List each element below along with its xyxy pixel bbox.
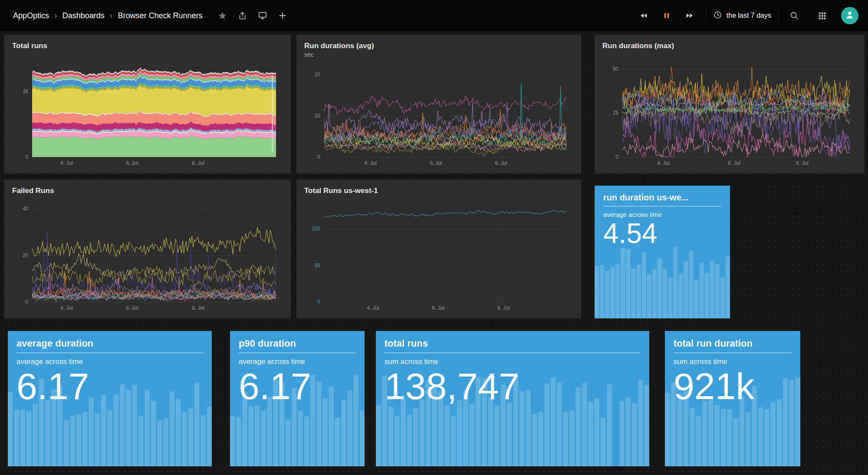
breadcrumb-item-dashboards[interactable]: Dashboards <box>62 11 105 20</box>
person-icon <box>845 10 855 22</box>
panel-failed-runs: Failed Runs <box>4 180 291 318</box>
tile-total-runs[interactable]: total runs sum across time 138,747 <box>376 331 649 466</box>
tile-subtitle: sum across time <box>674 357 792 366</box>
total-runs-us-west-1-chart[interactable] <box>304 195 573 315</box>
tile-subtitle: average across time <box>16 357 203 366</box>
panel-title: Run durations (avg) <box>304 42 573 50</box>
breadcrumb-separator-icon: › <box>54 11 57 20</box>
tile-content: p90 duration average across time 6.17 <box>230 331 365 406</box>
panel-title: Run durations (max) <box>602 42 857 50</box>
fast-forward-icon <box>686 11 694 20</box>
monitor-icon <box>258 11 267 20</box>
tile-run-duration-us-west[interactable]: run duration us-we... average across tim… <box>595 186 730 318</box>
topbar-divider <box>778 10 779 22</box>
rewind-icon <box>639 11 648 20</box>
tile-title: total runs <box>385 338 641 353</box>
tile-subtitle: sum across time <box>385 357 641 366</box>
tile-bar-chart <box>595 244 730 318</box>
tile-title: total run duration <box>674 338 792 353</box>
playback-controls <box>635 7 699 24</box>
grid-icon <box>818 11 827 20</box>
tile-big-number: 138,747 <box>385 367 641 406</box>
breadcrumb-separator-icon: › <box>110 11 113 20</box>
panel-run-durations-max: Run durations (max) <box>595 35 865 174</box>
panel-title: Total Runs us-west-1 <box>304 187 573 195</box>
panel-title: Total runs <box>12 42 283 50</box>
panel-run-durations-avg: Run durations (avg) sec <box>296 35 581 174</box>
breadcrumb-item-appoptics[interactable]: AppOptics <box>13 11 49 20</box>
pause-icon <box>662 11 671 20</box>
tile-title: run duration us-we... <box>603 193 721 206</box>
skip-back-button[interactable] <box>635 7 652 24</box>
panel-total-runs: Total runs <box>4 35 291 174</box>
clock-icon <box>713 10 722 21</box>
tile-total-run-duration[interactable]: total run duration sum across time 921k <box>665 331 800 466</box>
apps-grid-button[interactable] <box>813 7 831 24</box>
tv-mode-button[interactable] <box>254 7 271 24</box>
tile-title: average duration <box>16 338 203 353</box>
tile-big-number: 921k <box>674 367 792 406</box>
tile-big-number: 4.54 <box>603 219 721 248</box>
panel-total-runs-us-west-1: Total Runs us-west-1 <box>296 180 581 318</box>
tile-subtitle: average across time <box>239 357 356 366</box>
breadcrumb-item-current-dashboard[interactable]: Browser Check Runners <box>118 11 202 20</box>
tile-p90-duration[interactable]: p90 duration average across time 6.17 <box>230 331 365 466</box>
breadcrumb: AppOptics › Dashboards › Browser Check R… <box>13 11 203 20</box>
time-range-button[interactable]: the last 7 days <box>713 10 771 21</box>
search-button[interactable] <box>786 7 803 24</box>
dashboard-grid: Total runs Run durations (avg) sec Run d… <box>0 31 868 475</box>
dashboard-actions <box>214 7 291 24</box>
share-button[interactable] <box>234 7 251 24</box>
tile-subtitle: average across time <box>603 211 721 218</box>
tile-content: total runs sum across time 138,747 <box>376 331 649 406</box>
time-range-label: the last 7 days <box>727 12 771 20</box>
tile-big-number: 6.17 <box>16 367 203 406</box>
skip-forward-button[interactable] <box>681 7 699 24</box>
run-durations-avg-chart[interactable] <box>304 58 573 170</box>
tile-big-number: 6.17 <box>239 367 356 406</box>
panel-title: Failed Runs <box>12 187 283 195</box>
user-avatar[interactable] <box>841 7 858 24</box>
tile-content: total run duration sum across time 921k <box>665 331 800 406</box>
star-icon <box>218 11 227 20</box>
app-root: AppOptics › Dashboards › Browser Check R… <box>0 0 868 475</box>
search-icon <box>789 11 799 20</box>
run-durations-max-chart[interactable] <box>602 50 857 170</box>
favorite-star-button[interactable] <box>214 7 231 24</box>
share-icon <box>238 11 247 20</box>
tile-title: p90 duration <box>239 338 356 353</box>
topbar-divider <box>706 10 706 22</box>
pause-button[interactable] <box>658 7 675 24</box>
topbar: AppOptics › Dashboards › Browser Check R… <box>0 0 868 31</box>
tile-content: average duration average across time 6.1… <box>8 331 212 406</box>
plus-icon <box>278 11 287 20</box>
tile-average-duration[interactable]: average duration average across time 6.1… <box>8 331 212 466</box>
total-runs-chart[interactable] <box>12 50 283 170</box>
panel-unit-label: sec <box>304 51 573 58</box>
add-chart-button[interactable] <box>274 7 291 24</box>
failed-runs-chart[interactable] <box>12 195 283 315</box>
tile-content: run duration us-we... average across tim… <box>595 186 730 248</box>
